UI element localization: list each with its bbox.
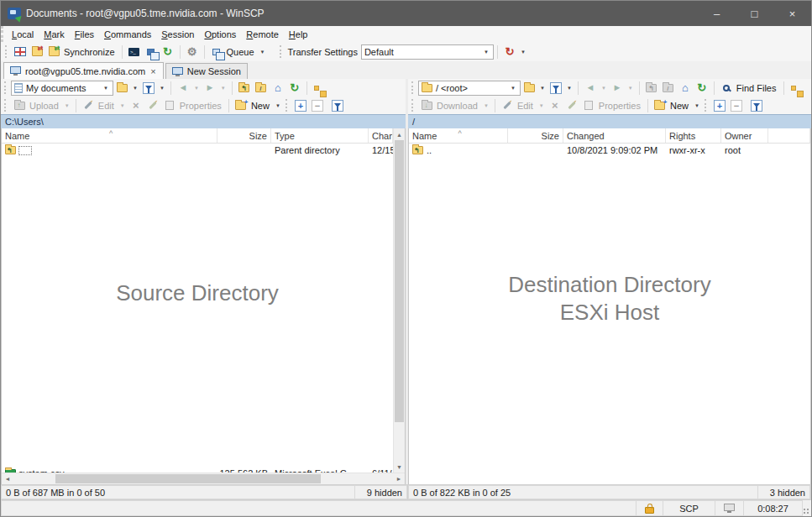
edit-label[interactable]: Edit	[97, 101, 118, 111]
select-add-icon[interactable]: +	[711, 97, 728, 113]
transfer-options-icon[interactable]: ↻	[501, 44, 518, 60]
vertical-scroll-thumb[interactable]	[395, 140, 404, 422]
new-icon[interactable]: +	[652, 97, 668, 113]
home-directory-icon[interactable]: ⌂	[677, 80, 694, 96]
back-dropdown-arrow[interactable]: ▼	[599, 86, 609, 91]
clipped-file-row[interactable]: system.csv 125,562 KB Microsoft Excel C …	[2, 467, 393, 473]
find-files-label[interactable]: Find Files	[735, 83, 780, 93]
properties-label[interactable]: Properties	[178, 101, 225, 111]
forward-dropdown-arrow[interactable]: ▼	[218, 86, 228, 91]
column-header-changed[interactable]: Changed	[563, 128, 666, 143]
new-label[interactable]: New	[249, 101, 273, 111]
transfer-options-dropdown-arrow[interactable]: ▼	[518, 50, 528, 55]
preferences-plugin-icon[interactable]	[143, 44, 160, 60]
find-files-icon[interactable]	[718, 80, 735, 96]
synchronize-browsing-toggle-icon[interactable]	[788, 80, 804, 96]
menu-options[interactable]: Options	[199, 28, 241, 41]
open-directory-icon[interactable]	[113, 80, 130, 96]
root-directory-icon[interactable]: /	[660, 80, 677, 96]
open-directory-dropdown-arrow[interactable]: ▼	[537, 86, 547, 91]
select-add-icon[interactable]: +	[292, 97, 309, 113]
refresh-icon[interactable]: ↻	[694, 80, 710, 96]
column-header-name[interactable]: Name ^	[2, 128, 217, 143]
open-directory-icon[interactable]	[521, 80, 537, 96]
upload-label[interactable]: Upload	[28, 101, 62, 111]
session-tab-active[interactable]: root@vgpu05.tme.nvidia.com ×	[3, 62, 164, 79]
connection-cell[interactable]	[715, 500, 744, 516]
column-header-name[interactable]: Name ^	[409, 128, 508, 143]
queue-icon[interactable]	[208, 44, 225, 60]
parent-directory-icon[interactable]: ↰	[236, 80, 253, 96]
maximize-button[interactable]: □	[736, 1, 773, 26]
toolbar-grip[interactable]	[705, 99, 709, 112]
queue-dropdown-arrow[interactable]: ▼	[258, 50, 268, 55]
select-remove-icon[interactable]: −	[309, 97, 326, 113]
menu-commands[interactable]: Commands	[99, 28, 156, 41]
parent-directory-row[interactable]: ↰ .. 10/8/2021 9:09:02 PM rwxr-xr-x root	[409, 144, 810, 157]
new-dropdown-arrow[interactable]: ▼	[273, 103, 283, 108]
column-header-owner[interactable]: Owner	[721, 128, 768, 143]
column-header-size[interactable]: Size	[508, 128, 563, 143]
toolbar-grip[interactable]	[4, 99, 8, 112]
menu-session[interactable]: Session	[156, 28, 199, 41]
scroll-up-icon[interactable]: ▲	[394, 128, 405, 140]
queue-label[interactable]: Queue	[225, 47, 258, 57]
synchronize-browsing-icon[interactable]: ⇄	[29, 44, 45, 60]
refresh-session-icon[interactable]: ↻	[160, 44, 176, 60]
download-dropdown-arrow[interactable]: ▼	[481, 103, 491, 108]
selection-filter-icon[interactable]	[748, 97, 765, 113]
delete-icon[interactable]: ×	[128, 97, 144, 113]
download-icon[interactable]: ↓	[418, 97, 435, 113]
local-location-combo[interactable]: My documents ▼	[11, 81, 113, 96]
filter-dropdown-arrow[interactable]: ▼	[157, 86, 167, 91]
back-icon[interactable]: ◄	[582, 80, 599, 96]
delete-icon[interactable]: ×	[547, 97, 563, 113]
synchronize-browsing-toggle-icon[interactable]	[311, 80, 327, 96]
minimize-button[interactable]: –	[698, 1, 736, 26]
resize-grip[interactable]	[803, 508, 809, 514]
parent-directory-row[interactable]: ↰ Parent directory 12/15	[2, 144, 393, 157]
column-header-rights[interactable]: Rights	[666, 128, 721, 143]
forward-icon[interactable]: ►	[202, 80, 218, 96]
remote-hidden-count[interactable]: 3 hidden	[758, 485, 810, 499]
back-dropdown-arrow[interactable]: ▼	[191, 86, 202, 91]
local-hidden-count[interactable]: 9 hidden	[355, 485, 407, 499]
edit-label[interactable]: Edit	[516, 101, 537, 111]
upload-icon[interactable]: ↑	[11, 97, 28, 113]
toolbar-grip[interactable]	[280, 45, 284, 58]
filter-icon[interactable]	[547, 80, 564, 96]
properties-label[interactable]: Properties	[597, 101, 644, 111]
scroll-left-icon[interactable]: ◄	[2, 473, 13, 485]
toolbar-grip[interactable]	[411, 81, 416, 94]
remote-path-bar[interactable]: /	[408, 114, 811, 128]
edit-icon[interactable]	[499, 97, 516, 113]
remote-location-combo[interactable]: / <root> ▼	[418, 81, 521, 96]
close-session-icon[interactable]: ×	[149, 66, 156, 76]
filter-dropdown-arrow[interactable]: ▼	[564, 86, 574, 91]
select-remove-icon[interactable]: −	[728, 97, 745, 113]
menu-local[interactable]: Local	[7, 28, 39, 41]
synchronize-icon[interactable]: ⇄	[45, 44, 62, 60]
new-session-tab[interactable]: New Session	[165, 63, 248, 79]
toolbar-grip[interactable]	[4, 81, 8, 94]
open-directory-dropdown-arrow[interactable]: ▼	[130, 86, 140, 91]
column-header-size[interactable]: Size	[217, 128, 271, 143]
forward-dropdown-arrow[interactable]: ▼	[626, 86, 636, 91]
new-label[interactable]: New	[668, 101, 692, 111]
local-vertical-scrollbar[interactable]: ▲ ▼	[393, 128, 405, 473]
upload-dropdown-arrow[interactable]: ▼	[62, 103, 72, 108]
commander-interface-icon[interactable]	[12, 44, 29, 60]
column-header-type[interactable]: Type	[271, 128, 369, 143]
menu-mark[interactable]: Mark	[39, 28, 69, 41]
gear-icon[interactable]: ⚙	[184, 44, 201, 60]
download-label[interactable]: Download	[435, 101, 481, 111]
local-path-bar[interactable]: C:\Users\	[1, 114, 406, 128]
new-dropdown-arrow[interactable]: ▼	[692, 103, 702, 108]
local-horizontal-scrollbar[interactable]: ◄ ►	[2, 473, 405, 484]
new-icon[interactable]: +	[233, 97, 249, 113]
menu-files[interactable]: Files	[70, 28, 99, 41]
synchronize-label[interactable]: Synchronize	[62, 47, 118, 57]
rename-icon[interactable]	[144, 97, 161, 113]
edit-dropdown-arrow[interactable]: ▼	[537, 103, 547, 108]
close-button[interactable]: ×	[773, 1, 811, 26]
